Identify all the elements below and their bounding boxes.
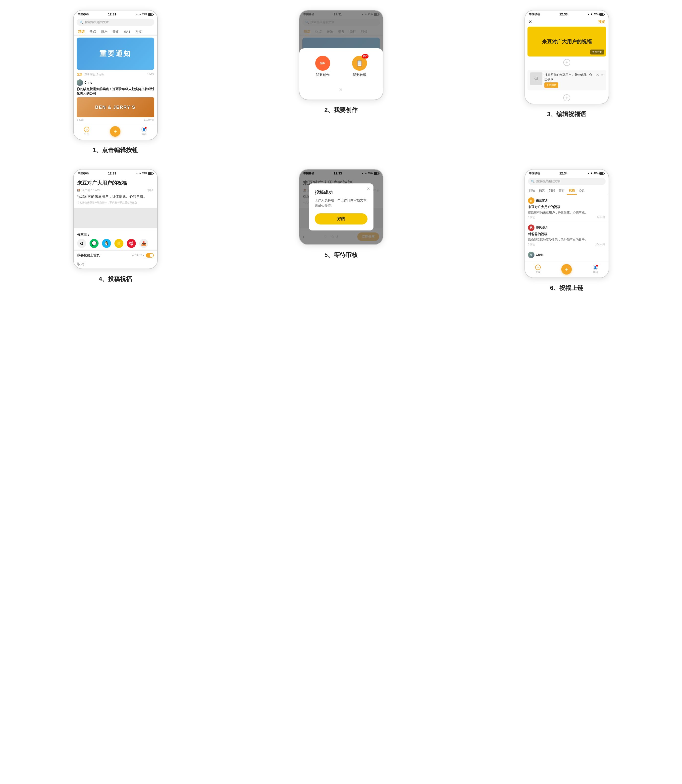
add-below-btn[interactable]: + [563, 94, 570, 101]
plus-button-1[interactable]: + [110, 126, 120, 137]
search-placeholder-1: 搜索感兴趣的文章 [85, 20, 109, 24]
feed-card-official[interactable]: D 来豆官方 来豆对广大用户的祝福 祝愿所有的来豆用户，身体健康、心想事成。 0… [525, 195, 609, 222]
cancel-btn-4[interactable]: 取消 [74, 260, 157, 268]
hero-banner-1: 重要通知 [76, 38, 154, 70]
share-weibo-icon[interactable]: 微 [127, 239, 136, 248]
tab-xinling-6[interactable]: 心灵 [577, 187, 587, 195]
caption-4: 4、投稿祝福 [99, 275, 132, 283]
edit-header-3: ✕ 预览 [525, 17, 609, 27]
feed-body-official: 祝愿所有的来豆用户，身体健康、心想事成。 [528, 210, 606, 215]
share-recycle-icon[interactable]: ♻ [77, 239, 86, 248]
article-author-1: C Chris [76, 80, 154, 86]
toggle-btn-4[interactable] [146, 253, 154, 258]
tab-keji-1[interactable]: 科技 [133, 29, 144, 35]
modal-close-btn[interactable]: ✕ [299, 85, 383, 94]
tab-zhishi-6[interactable]: 知识 [547, 187, 557, 195]
blessing-body-4: 祝愿所有的来豆用户，身体健康、心想事成。 [77, 194, 154, 199]
hero-meta-1: 置顶1652 阅读 15 点赞 12-19 [74, 72, 157, 77]
profile-tab-1[interactable]: 👤 我的 [141, 127, 147, 136]
image-placeholder-3: 🖼 [530, 72, 542, 85]
share-wechat-icon[interactable]: 💬 [89, 239, 99, 248]
add-section-above: + [525, 56, 609, 69]
repost-choice[interactable]: 📋 热门 我要转载 [352, 56, 367, 77]
close-btn-3[interactable]: ✕ [529, 19, 532, 25]
phone-screen6: 中国移动 12:34 ▲ ✦ 69% 🔍 搜索感兴趣的文章 财经 搞笑 知识 体… [524, 169, 609, 278]
profile-label-1: 我的 [142, 133, 147, 136]
discover-label-6: 发现 [535, 271, 540, 274]
time-4: 12:33 [108, 171, 116, 175]
search-bar-6[interactable]: 🔍 搜索感兴趣的文章 [528, 178, 606, 185]
feed-card-chris[interactable]: C Chris [525, 249, 609, 262]
upload-btn-3[interactable]: 上传图片 [544, 82, 558, 88]
drag-handle-3[interactable]: ≡ [601, 72, 603, 77]
carrier-3: 中国移动 [529, 13, 540, 16]
plus-button-6[interactable]: + [561, 264, 572, 275]
wifi-icon-3: ▲ [587, 13, 590, 16]
battery-icon: 71% [142, 13, 147, 16]
carrier-6: 中国移动 [529, 171, 540, 175]
feed-time-xiaofeng: 20小时前 [595, 243, 606, 246]
success-title-5: 投稿成功 [315, 189, 368, 195]
change-cover-btn-3[interactable]: 更换封面 [590, 49, 604, 54]
blessing-preview-4: 来豆对广大用户的祝福 🍱 油炸包子 12-22 0阅读 祝愿所有的来豆用户，身体… [74, 176, 157, 208]
submit-extra-4: 百万ADS ● [132, 254, 144, 257]
feed-card-xiaofeng[interactable]: 枫 晓风华月 对爸爸的祝福 愿您能幸福地享受生活，弥补我不在的日子。 0 阅读 … [525, 222, 609, 249]
feed-body-xiaofeng: 愿您能幸福地享受生活，弥补我不在的日子。 [528, 238, 606, 242]
ok-btn-5[interactable]: 好的 [315, 213, 368, 225]
success-modal-5: ✕ 投稿成功 工作人员将在一个工作日内审核文章,请耐心等待. 好的 [309, 184, 373, 230]
status-bar-6: 中国移动 12:34 ▲ ✦ 69% [525, 169, 609, 176]
write-choice[interactable]: ✏ 我要创作 [315, 56, 330, 77]
blessing-author-4: 🍱 油炸包子 12-22 0阅读 [77, 188, 154, 192]
screen1-wrapper: 中国移动 12:31 ▲ ✦ 71% 🔍 搜索感兴趣的文章 精选 热点 娱乐 美… [10, 10, 221, 154]
feed-reads-xiaofeng: 0 阅读 [528, 243, 535, 246]
tab-redian-1[interactable]: 热点 [87, 29, 99, 35]
article-stats-1: 5 阅读 11分钟前 [76, 118, 154, 122]
hot-badge: 热门 [362, 54, 368, 59]
repost-icon: 📋 热门 [352, 56, 367, 71]
avatar-1: C [76, 80, 83, 86]
share-star-icon[interactable]: ⭐ [115, 239, 123, 248]
feed-reads-official: 0 阅读 [528, 216, 535, 219]
time-6: 12:34 [559, 171, 567, 175]
tab-jingxuan-1[interactable]: 精选 [76, 29, 87, 35]
success-close-btn[interactable]: ✕ [367, 187, 370, 191]
tab-caijing-6[interactable]: 财经 [527, 187, 537, 195]
tab-gaoxiao-6[interactable]: 搞笑 [537, 187, 547, 195]
search-bar-1[interactable]: 🔍 搜索感兴趣的文章 [76, 19, 154, 26]
phone-screen4: 中国移动 12:33 ▲ ✦ 70% 来豆对广大用户的祝福 🍱 油炸包子 12-… [73, 169, 158, 269]
feed-author-xiaofeng: 枫 晓风华月 [528, 225, 606, 231]
tab-meishi-1[interactable]: 美食 [110, 29, 121, 35]
delete-content-btn[interactable]: ✕ [596, 72, 599, 77]
search-icon-1: 🔍 [80, 21, 83, 24]
tab-zhufu-6[interactable]: 祝福 [567, 187, 577, 195]
tab-lvxing-1[interactable]: 旅行 [121, 29, 133, 35]
battery-bar-3 [599, 13, 604, 16]
notification-dot-1 [145, 127, 147, 129]
discover-tab-6[interactable]: ⊙ 发现 [535, 265, 541, 274]
tab-yule-1[interactable]: 娱乐 [99, 29, 110, 35]
add-above-btn[interactable]: + [563, 59, 570, 66]
submit-bar-4: 我要投稿上首页 百万ADS ● [74, 251, 157, 260]
cover-title-3: 来豆对广大用户的祝福 [542, 38, 592, 45]
official-avatar: D [528, 197, 534, 204]
profile-tab-6[interactable]: 👤 我的 [593, 265, 598, 274]
xiaofeng-avatar: 枫 [528, 225, 534, 231]
article-card-1[interactable]: C Chris 你的缺点就是你的卖点！这两位年轻人把劣势扭转成过亿美元的公司 B… [74, 77, 157, 124]
bottom-bar-1: ⊙ 发现 + 👤 我的 [74, 124, 157, 140]
submit-label-4: 我要投稿上首页 [77, 253, 100, 258]
article-time-1: 11分钟前 [144, 118, 154, 122]
share-more-icon[interactable]: 📤 [139, 239, 148, 248]
add-section-below: + [525, 92, 609, 104]
discover-tab-1[interactable]: ⊙ 发现 [84, 127, 89, 136]
carrier-1: 中国移动 [78, 13, 89, 16]
carrier-4: 中国移动 [78, 171, 89, 175]
screen6-wrapper: 中国移动 12:34 ▲ ✦ 69% 🔍 搜索感兴趣的文章 财经 搞笑 知识 体… [461, 169, 672, 292]
tab-tiyu-6[interactable]: 体育 [557, 187, 567, 195]
preview-btn-3[interactable]: 预览 [598, 20, 605, 24]
article-thumb-1: BEN & JERRY'S [76, 97, 154, 117]
feed-name-xiaofeng: 晓风华月 [536, 226, 548, 230]
wifi-icon-6: ▲ [587, 172, 590, 175]
tab-nav-1: 精选 热点 娱乐 美食 旅行 科技 [74, 27, 157, 35]
phone-screen1: 中国移动 12:31 ▲ ✦ 71% 🔍 搜索感兴趣的文章 精选 热点 娱乐 美… [73, 10, 158, 140]
share-qq-icon[interactable]: 🐧 [102, 239, 111, 248]
